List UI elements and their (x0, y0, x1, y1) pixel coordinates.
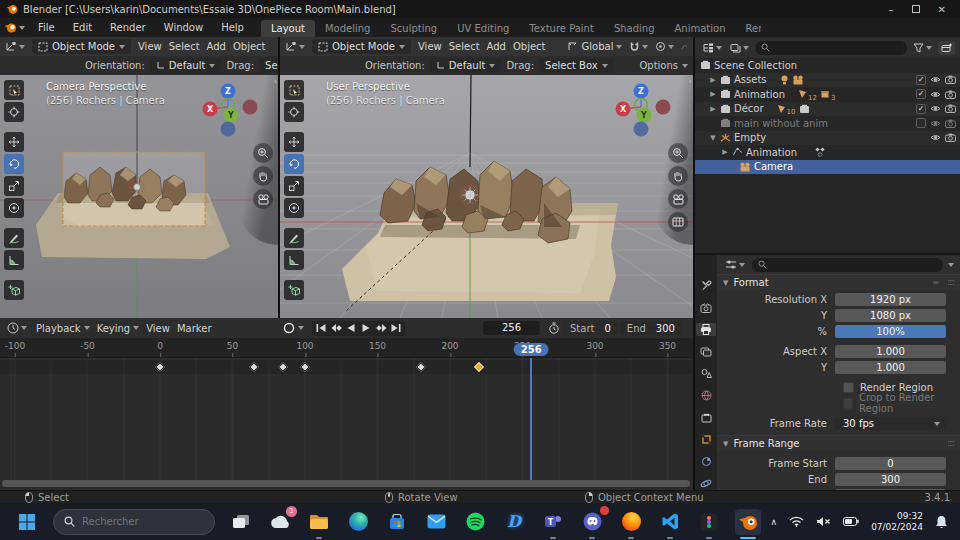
snap-dropdown[interactable] (629, 41, 648, 52)
outliner-search[interactable] (755, 41, 907, 55)
firefox-icon[interactable] (618, 509, 644, 535)
outliner-row-animation-action[interactable]: ▶ Animation (695, 145, 960, 160)
navigation-gizmo[interactable]: Z X Y (198, 79, 260, 139)
hide-eye-icon[interactable] (930, 104, 941, 113)
minimize-button[interactable]: – (889, 4, 894, 15)
disney-plus-icon[interactable]: D (501, 509, 527, 535)
tab-shading[interactable]: Shading (604, 20, 665, 37)
menu-marker[interactable]: Marker (177, 323, 212, 334)
disable-render-icon[interactable] (945, 104, 956, 113)
expand-icon[interactable]: ▶ (709, 76, 717, 84)
editor-type-button[interactable] (5, 41, 25, 52)
timeline-tracks[interactable] (0, 358, 693, 480)
resolution-x-field[interactable]: 1920 px (835, 293, 946, 306)
viewport-canvas[interactable]: Camera Perspective (256) Rochers | Camer… (0, 75, 278, 318)
exclude-checkbox[interactable] (916, 118, 926, 128)
mode-dropdown[interactable]: Object Mode (312, 39, 411, 54)
frame-rate-dropdown[interactable]: 30 fps (835, 417, 946, 430)
blender-taskbar-icon[interactable] (735, 509, 761, 535)
menu-object[interactable]: Object (233, 41, 266, 52)
prev-keyframe-button[interactable] (329, 322, 343, 335)
end-frame-field[interactable]: End300 (620, 321, 682, 335)
render-region-button[interactable] (668, 212, 688, 232)
select-box-tool[interactable] (284, 80, 304, 100)
tab-render-properties[interactable] (696, 301, 716, 314)
tab-uv-editing[interactable]: UV Editing (447, 20, 519, 37)
viewport-canvas[interactable]: User Perspective (256) Rochers | Camera … (280, 75, 693, 318)
teams-icon[interactable]: T (540, 509, 566, 535)
hide-eye-icon[interactable] (930, 90, 941, 99)
keyframe[interactable] (155, 362, 165, 372)
editor-type-button[interactable] (5, 321, 29, 335)
menu-select[interactable]: Select (169, 41, 200, 52)
crop-render-region-checkbox[interactable] (843, 398, 853, 409)
measure-tool[interactable] (284, 250, 304, 270)
drag-grip-icon[interactable]: :::: (947, 278, 954, 287)
keyframe-selected[interactable] (474, 362, 484, 372)
select-box-tool[interactable] (4, 80, 24, 100)
blender-menu-button[interactable] (0, 21, 29, 34)
volume-muted-icon[interactable] (816, 516, 831, 527)
transform-tool[interactable] (284, 198, 304, 218)
search-input[interactable] (82, 516, 192, 527)
camera-view-button[interactable] (668, 189, 688, 209)
outliner-row-empty[interactable]: ▼ Empty (695, 131, 960, 146)
exclude-checkbox[interactable]: ✓ (916, 89, 926, 99)
drag-dropdown[interactable]: Select Box (259, 58, 278, 73)
disable-render-icon[interactable] (945, 133, 956, 142)
collapse-icon[interactable]: ▼ (709, 134, 717, 142)
tab-modeling[interactable]: Modeling (315, 20, 381, 37)
zoom-view-button[interactable] (668, 143, 688, 163)
notification-bell-icon[interactable] (935, 515, 948, 529)
add-cube-tool[interactable] (284, 280, 304, 300)
jump-to-end-button[interactable] (389, 322, 403, 335)
orientation-dropdown[interactable]: Default (150, 58, 222, 73)
clock[interactable]: 09:32 07/02/2024 (871, 511, 923, 533)
disable-render-icon[interactable] (945, 90, 956, 99)
expand-icon[interactable]: ▶ (721, 148, 729, 156)
tab-object-properties[interactable] (696, 433, 716, 446)
playhead-frame-badge[interactable]: 256 (514, 343, 549, 356)
rotate-tool[interactable] (284, 154, 304, 174)
restore-button[interactable] (912, 5, 920, 13)
proportional-editing-dropdown[interactable] (655, 41, 674, 52)
annotate-tool[interactable] (284, 228, 304, 248)
cursor-tool[interactable] (4, 102, 24, 122)
camera-view-button[interactable] (253, 189, 273, 209)
drag-grip-icon[interactable]: :::: (947, 439, 954, 448)
rotate-tool[interactable] (4, 154, 24, 174)
hide-eye-icon[interactable] (930, 133, 941, 142)
outliner-row-animation-collection[interactable]: ▶ Animation 12 3 ✓ (695, 87, 960, 102)
next-keyframe-button[interactable] (374, 322, 388, 335)
tab-layout[interactable]: Layout (261, 20, 315, 37)
edge-icon[interactable] (345, 509, 371, 535)
tab-viewlayer-properties[interactable] (696, 345, 716, 358)
menu-window[interactable]: Window (155, 22, 212, 33)
scale-tool[interactable] (284, 176, 304, 196)
frame-end-field[interactable]: 300 (835, 473, 946, 486)
playhead[interactable] (530, 358, 532, 480)
resolution-percent-slider[interactable]: 100% (835, 325, 946, 338)
menu-keying[interactable]: Keying (97, 323, 140, 334)
scale-tool[interactable] (4, 176, 24, 196)
jump-to-start-button[interactable] (314, 322, 328, 335)
keyframe[interactable] (300, 362, 310, 372)
tab-animation[interactable]: Animation (665, 20, 736, 37)
display-mode-dropdown[interactable] (728, 42, 751, 54)
microsoft-store-icon[interactable] (384, 509, 410, 535)
keyframe[interactable] (249, 362, 259, 372)
frame-start-field[interactable]: 0 (835, 457, 946, 470)
wifi-icon[interactable] (789, 516, 804, 527)
tab-physics-properties[interactable] (696, 477, 716, 490)
add-cube-tool[interactable] (4, 280, 24, 300)
use-preview-range-icon[interactable] (548, 322, 560, 334)
keyframe[interactable] (278, 362, 288, 372)
move-tool[interactable] (4, 132, 24, 152)
chevron-down-icon[interactable] (948, 263, 954, 267)
pan-view-button[interactable] (253, 166, 273, 186)
timeline-scrollbar[interactable] (2, 480, 690, 487)
chevron-down-icon[interactable] (298, 326, 304, 330)
onedrive-icon[interactable]: 1 (267, 509, 293, 535)
play-button[interactable] (359, 322, 373, 335)
frame-range-panel-header[interactable]: ▼ Frame Range :::: (717, 435, 960, 451)
